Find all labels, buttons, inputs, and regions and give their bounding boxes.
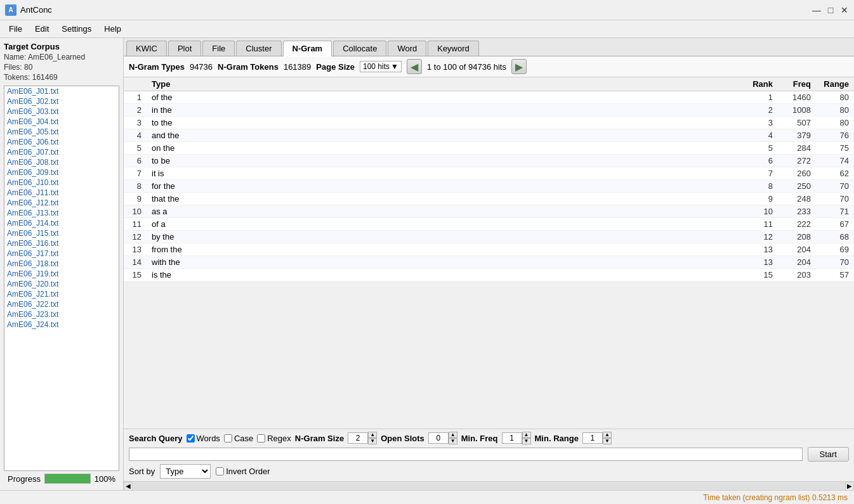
search-input[interactable]	[129, 448, 803, 461]
scroll-right-arrow[interactable]: ▶	[845, 482, 854, 491]
min-freq-up[interactable]: ▲	[522, 432, 531, 438]
open-slots-down[interactable]: ▼	[449, 438, 457, 444]
file-item[interactable]: AmE06_J01.txt	[4, 86, 119, 96]
scroll-left-arrow[interactable]: ◀	[124, 482, 133, 491]
row-type: of the	[147, 91, 740, 104]
tab-ngram[interactable]: N-Gram	[283, 41, 332, 56]
tab-plot[interactable]: Plot	[168, 41, 201, 56]
table-row[interactable]: 13 from the 13 204 69	[124, 243, 854, 256]
file-item[interactable]: AmE06_J22.txt	[4, 299, 119, 309]
menu-file[interactable]: File	[3, 22, 29, 36]
regex-checkbox[interactable]	[257, 434, 265, 443]
row-type: of a	[147, 218, 740, 231]
file-item[interactable]: AmE06_J09.txt	[4, 167, 119, 178]
file-item[interactable]: AmE06_J15.txt	[4, 228, 119, 238]
file-item[interactable]: AmE06_J18.txt	[4, 259, 119, 269]
regex-checkbox-label[interactable]: Regex	[257, 434, 291, 443]
words-checkbox-label[interactable]: Words	[187, 434, 220, 443]
ngram-size-down[interactable]: ▼	[368, 438, 377, 444]
col-header-range: Range	[816, 77, 854, 91]
file-item[interactable]: AmE06_J14.txt	[4, 218, 119, 228]
file-item[interactable]: AmE06_J05.txt	[4, 127, 119, 137]
row-num: 12	[124, 231, 147, 243]
file-item[interactable]: AmE06_J06.txt	[4, 137, 119, 147]
close-button[interactable]: ✕	[840, 6, 849, 15]
table-row[interactable]: 3 to the 3 507 80	[124, 117, 854, 129]
file-item[interactable]: AmE06_J13.txt	[4, 208, 119, 218]
row-num: 4	[124, 129, 147, 142]
table-row[interactable]: 9 that the 9 248 70	[124, 193, 854, 205]
minimize-button[interactable]: —	[812, 6, 821, 15]
file-item[interactable]: AmE06_J03.txt	[4, 107, 119, 117]
start-button[interactable]: Start	[808, 447, 849, 462]
table-row[interactable]: 1 of the 1 1460 80	[124, 91, 854, 104]
min-freq-btns: ▲ ▼	[522, 432, 531, 444]
case-checkbox[interactable]	[224, 434, 232, 443]
tab-kwic[interactable]: KWIC	[126, 41, 167, 56]
file-item[interactable]: AmE06_J11.txt	[4, 188, 119, 198]
row-rank: 5	[740, 142, 778, 155]
menu-settings[interactable]: Settings	[55, 22, 98, 36]
menu-edit[interactable]: Edit	[29, 22, 55, 36]
table-row[interactable]: 15 is the 15 203 57	[124, 269, 854, 281]
table-row[interactable]: 7 it is 7 260 62	[124, 167, 854, 180]
maximize-button[interactable]: □	[826, 6, 835, 15]
menu-help[interactable]: Help	[98, 22, 128, 36]
min-range-input[interactable]	[582, 432, 603, 444]
right-panel: KWICPlotFileClusterN-GramCollocateWordKe…	[124, 38, 854, 490]
ngram-size-input[interactable]	[348, 432, 368, 444]
tab-file[interactable]: File	[202, 41, 235, 56]
tab-cluster[interactable]: Cluster	[236, 41, 281, 56]
tab-word[interactable]: Word	[388, 41, 426, 56]
file-item[interactable]: AmE06_J10.txt	[4, 178, 119, 188]
ngram-size-up[interactable]: ▲	[368, 432, 377, 438]
horizontal-scrollbar[interactable]: ◀ ▶	[124, 481, 854, 490]
case-checkbox-label[interactable]: Case	[224, 434, 253, 443]
file-item[interactable]: AmE06_J08.txt	[4, 157, 119, 167]
sort-row: Sort by Type Rank Freq Range Invert Orde…	[129, 464, 849, 479]
invert-order-checkbox[interactable]	[216, 467, 224, 475]
row-freq: 284	[778, 142, 816, 155]
file-item[interactable]: AmE06_J12.txt	[4, 198, 119, 208]
table-row[interactable]: 5 on the 5 284 75	[124, 142, 854, 155]
window-controls: — □ ✕	[812, 6, 849, 15]
file-list[interactable]: AmE06_J01.txtAmE06_J02.txtAmE06_J03.txtA…	[4, 86, 119, 471]
table-row[interactable]: 12 by the 12 208 68	[124, 231, 854, 243]
file-item[interactable]: AmE06_J17.txt	[4, 249, 119, 259]
table-row[interactable]: 11 of a 11 222 67	[124, 218, 854, 231]
table-row[interactable]: 6 to be 6 272 74	[124, 155, 854, 167]
words-checkbox[interactable]	[187, 434, 195, 443]
min-freq-input[interactable]	[502, 432, 522, 444]
file-item[interactable]: AmE06_J23.txt	[4, 309, 119, 320]
min-freq-down[interactable]: ▼	[522, 438, 531, 444]
table-row[interactable]: 2 in the 2 1008 80	[124, 104, 854, 117]
next-page-button[interactable]: ▶	[511, 59, 527, 74]
table-row[interactable]: 10 as a 10 233 71	[124, 205, 854, 218]
tab-collocate[interactable]: Collocate	[333, 41, 386, 56]
file-item[interactable]: AmE06_J04.txt	[4, 117, 119, 127]
file-item[interactable]: AmE06_J16.txt	[4, 238, 119, 249]
sort-by-select[interactable]: Type Rank Freq Range	[160, 464, 211, 479]
status-text: Time taken (creating ngram list) 0.5213 …	[703, 493, 848, 502]
files-row: Files: 80	[4, 63, 119, 72]
file-item[interactable]: AmE06_J19.txt	[4, 269, 119, 279]
invert-order-label[interactable]: Invert Order	[216, 467, 270, 476]
min-range-up[interactable]: ▲	[603, 432, 612, 438]
table-row[interactable]: 4 and the 4 379 76	[124, 129, 854, 142]
row-freq: 208	[778, 231, 816, 243]
table-row[interactable]: 8 for the 8 250 70	[124, 180, 854, 193]
table-row[interactable]: 14 with the 13 204 70	[124, 256, 854, 269]
open-slots-up[interactable]: ▲	[449, 432, 457, 438]
table-container[interactable]: Type Rank Freq Range 1 of the 1 1460 80 …	[124, 77, 854, 429]
tab-keyword[interactable]: Keyword	[428, 41, 479, 56]
file-item[interactable]: AmE06_J02.txt	[4, 96, 119, 107]
prev-page-button[interactable]: ◀	[407, 59, 422, 74]
file-item[interactable]: AmE06_J20.txt	[4, 279, 119, 289]
open-slots-label: Open Slots	[381, 434, 424, 443]
file-item[interactable]: AmE06_J21.txt	[4, 289, 119, 299]
page-size-dropdown[interactable]: 100 hits ▼	[360, 61, 402, 72]
open-slots-input[interactable]	[428, 432, 449, 444]
min-range-down[interactable]: ▼	[603, 438, 612, 444]
file-item[interactable]: AmE06_J24.txt	[4, 320, 119, 330]
file-item[interactable]: AmE06_J07.txt	[4, 147, 119, 157]
